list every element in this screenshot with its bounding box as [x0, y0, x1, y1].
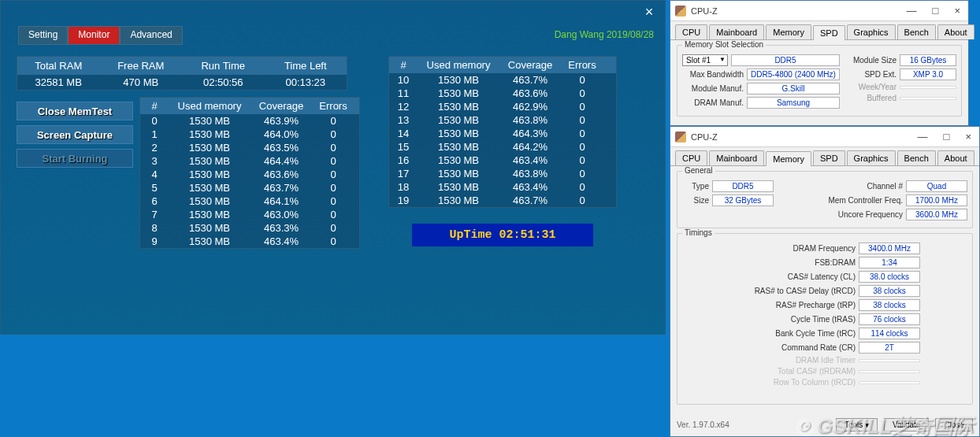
- timing-row: FSB:DRAM1:34: [729, 257, 967, 268]
- type-value: DDR5: [712, 180, 774, 192]
- table-row: 151530 MB464.2%0: [389, 140, 616, 154]
- timing-row: Bank Cycle Time (tRC)114 clocks: [729, 328, 967, 339]
- val-time-left: 00:13:23: [265, 76, 347, 88]
- timing-value: [859, 359, 920, 362]
- tab-memory[interactable]: Memory: [766, 24, 811, 39]
- mod-manuf-label: Module Manuf.: [682, 84, 744, 93]
- minimize-icon[interactable]: —: [904, 5, 920, 17]
- date-label: Dang Wang 2019/08/28: [555, 29, 654, 40]
- tab-bench[interactable]: Bench: [897, 24, 936, 39]
- close-icon[interactable]: ×: [640, 4, 659, 20]
- table-row: 191530 MB463.7%0: [389, 194, 616, 207]
- dram-manuf-value: Samsung: [747, 97, 840, 109]
- timing-row: DRAM Idle Timer: [729, 356, 967, 365]
- buffered-value: [900, 97, 956, 100]
- timing-label: Command Rate (CR): [729, 343, 856, 352]
- memory-slot-group: Memory Slot Selection Slot #1DDR5 Max Ba…: [677, 45, 962, 117]
- titlebar[interactable]: CPU-Z — □ ×: [670, 1, 968, 21]
- tab-memory[interactable]: Memory: [766, 151, 811, 166]
- buffered-label: Buffered: [846, 94, 896, 102]
- table-row: 11530 MB464.0%0: [140, 128, 359, 141]
- start-burning-button[interactable]: Start Burning: [17, 149, 133, 168]
- table-row: 41530 MB463.6%0: [140, 168, 359, 181]
- tab-setting[interactable]: Setting: [18, 26, 68, 45]
- close-icon[interactable]: ×: [962, 131, 974, 143]
- maximize-icon[interactable]: □: [930, 5, 942, 17]
- timing-value: 38 clocks: [859, 299, 920, 311]
- tab-advanced[interactable]: Advanced: [120, 26, 182, 45]
- titlebar[interactable]: CPU-Z — □ ×: [670, 127, 979, 147]
- table-row: 111530 MB463.6%0: [389, 87, 616, 100]
- timing-value: [859, 370, 920, 373]
- dram-manuf-label: DRAM Manuf.: [682, 98, 744, 107]
- table-row: 01530 MB463.9%0: [140, 114, 359, 128]
- timing-row: DRAM Frequency3400.0 MHz: [729, 243, 967, 254]
- val-total-ram: 32581 MB: [17, 76, 100, 88]
- table-row: 61530 MB464.1%0: [140, 194, 359, 208]
- chan-value: Quad: [906, 180, 967, 192]
- general-group: General TypeDDR5 Size32 GBytes Channel #…: [677, 171, 973, 228]
- stats-panel: Total RAM Free RAM Run Time Time Left 32…: [17, 56, 347, 91]
- table-row: 91530 MB463.4%0: [140, 235, 359, 248]
- hdr-total-ram: Total RAM: [17, 57, 100, 75]
- table-row: 31530 MB464.4%0: [140, 154, 359, 168]
- timing-value: 38.0 clocks: [859, 271, 920, 283]
- tab-about[interactable]: About: [937, 150, 974, 165]
- mcf-label: Mem Controller Freq.: [804, 196, 903, 205]
- maximize-icon[interactable]: □: [941, 131, 953, 143]
- timing-value: 3400.0 MHz: [859, 243, 920, 254]
- tab-mainboard[interactable]: Mainboard: [709, 24, 764, 39]
- cpuz-tabs: CPUMainboardMemorySPDGraphicsBenchAbout: [670, 147, 979, 166]
- timing-row: CAS# Latency (CL)38.0 clocks: [729, 271, 967, 283]
- tab-spd[interactable]: SPD: [813, 150, 845, 165]
- timing-row: Command Rate (CR)2T: [729, 342, 967, 354]
- timing-value: 114 clocks: [859, 328, 920, 339]
- timing-label: CAS# Latency (CL): [729, 272, 856, 281]
- title-text: CPU-Z: [691, 6, 718, 16]
- slot-select[interactable]: Slot #1: [682, 54, 728, 66]
- memtest-window: × Setting Monitor Advanced Dang Wang 201…: [0, 0, 666, 335]
- col-cov: Coverage: [251, 100, 312, 112]
- close-memtest-button[interactable]: Close MemTest: [17, 102, 133, 120]
- uncore-value: 3600.0 MHz: [906, 209, 967, 220]
- uptime-display: UpTime 02:51:31: [412, 224, 593, 246]
- timing-value: 1:34: [859, 257, 920, 268]
- slot-type: DDR5: [731, 54, 840, 66]
- timing-value: 76 clocks: [859, 313, 920, 325]
- timing-label: FSB:DRAM: [729, 258, 856, 267]
- timing-row: RAS# Precharge (tRP)38 clocks: [729, 299, 967, 311]
- size-value: 32 GBytes: [712, 194, 774, 206]
- table-row: 161530 MB463.4%0: [389, 154, 616, 167]
- tab-spd[interactable]: SPD: [813, 25, 845, 40]
- cpuz-window-spd: CPU-Z — □ × CPUMainboardMemorySPDGraphic…: [670, 0, 969, 126]
- spd-ext-label: SPD Ext.: [846, 70, 896, 79]
- tab-mainboard[interactable]: Mainboard: [709, 150, 764, 165]
- threads-table-b: # Used memory Coverage Errors 101530 MB4…: [388, 56, 617, 208]
- tab-bench[interactable]: Bench: [897, 150, 936, 165]
- timing-row: Total CAS# (tRDRAM): [729, 367, 967, 376]
- table-row: 171530 MB463.8%0: [389, 167, 616, 180]
- minimize-icon[interactable]: —: [915, 131, 931, 143]
- table-row: 131530 MB463.8%0: [389, 113, 616, 127]
- hdr-free-ram: Free RAM: [100, 57, 183, 75]
- mod-size-value: 16 GBytes: [900, 54, 956, 66]
- tab-graphics[interactable]: Graphics: [847, 24, 896, 39]
- table-row: 81530 MB463.3%0: [140, 221, 359, 235]
- screen-capture-button[interactable]: Screen Capture: [17, 125, 133, 144]
- hdr-time-left: Time Left: [265, 57, 347, 75]
- tab-about[interactable]: About: [937, 24, 974, 39]
- tab-monitor[interactable]: Monitor: [68, 26, 120, 45]
- timing-row: Cycle Time (tRAS)76 clocks: [729, 313, 967, 325]
- timing-label: Bank Cycle Time (tRC): [729, 329, 856, 338]
- mcf-value: 1700.0 MHz: [906, 194, 967, 206]
- table-row: 71530 MB463.0%0: [140, 208, 359, 221]
- group-title: Memory Slot Selection: [682, 40, 766, 49]
- timing-label: DRAM Idle Timer: [729, 356, 856, 365]
- tab-cpu[interactable]: CPU: [675, 24, 707, 39]
- tab-graphics[interactable]: Graphics: [847, 150, 896, 165]
- timing-row: Row To Column (tRCD): [729, 378, 967, 387]
- table-row: 21530 MB463.5%0: [140, 141, 359, 154]
- tab-cpu[interactable]: CPU: [675, 150, 707, 165]
- close-icon[interactable]: ×: [951, 5, 963, 17]
- timing-value: 38 clocks: [859, 285, 920, 297]
